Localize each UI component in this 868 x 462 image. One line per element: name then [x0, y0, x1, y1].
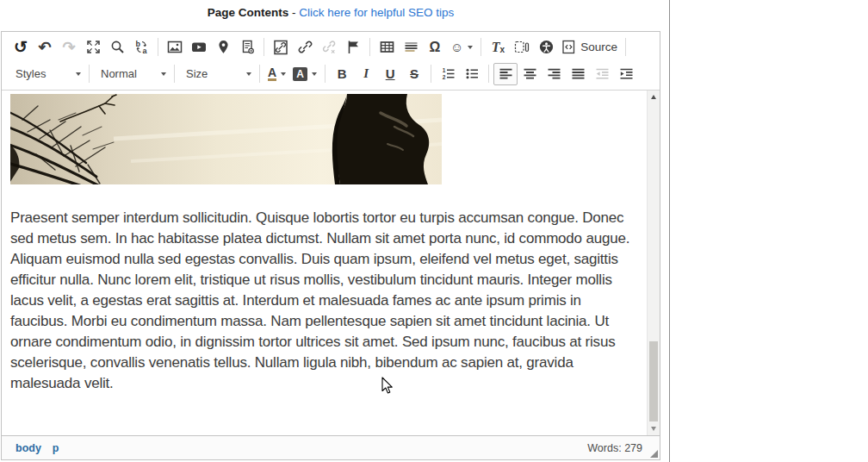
- text-color-button[interactable]: A: [264, 63, 289, 85]
- align-left-button[interactable]: [493, 63, 518, 85]
- justify-button[interactable]: [566, 63, 590, 85]
- youtube-icon: [191, 40, 207, 54]
- search-icon: [110, 40, 125, 54]
- toolbar-separator: [158, 38, 158, 56]
- source-button-label: Source: [580, 41, 617, 53]
- undo-icon: ↶: [38, 40, 51, 55]
- refresh-button[interactable]: ↺: [9, 36, 33, 59]
- editing-area[interactable]: Praesent semper interdum sollicitudin. Q…: [2, 91, 660, 435]
- strikethrough-button[interactable]: S: [402, 63, 426, 85]
- indent-button[interactable]: [614, 63, 638, 85]
- content-image[interactable]: [10, 94, 442, 184]
- styles-dropdown[interactable]: Styles: [9, 63, 84, 85]
- triangle-up-icon: [651, 95, 656, 99]
- maximize-icon: [86, 40, 101, 54]
- source-button[interactable]: Source: [558, 36, 621, 59]
- chevron-down-icon: [312, 72, 317, 76]
- editor-toolbar: ↺ ↶ ↷ ba: [2, 32, 660, 91]
- path-item-p[interactable]: p: [53, 442, 59, 454]
- indent-icon: [619, 66, 634, 81]
- refresh-icon: ↺: [14, 39, 28, 55]
- word-count: Words: 279: [587, 442, 642, 454]
- insert-page-link-button[interactable]: [235, 36, 259, 59]
- size-dropdown[interactable]: Size: [179, 63, 255, 85]
- select-all-button[interactable]: [510, 36, 534, 59]
- toolbar-separator: [174, 65, 175, 83]
- unlink-icon: [322, 40, 337, 54]
- scroll-up-button[interactable]: [648, 91, 660, 103]
- bulleted-list-button[interactable]: [460, 63, 484, 85]
- page-doc-icon: [240, 40, 255, 54]
- triangle-down-icon: [651, 427, 656, 431]
- special-char-button[interactable]: Ω: [423, 36, 447, 59]
- replace-icon: ba: [134, 40, 149, 54]
- bulleted-list-icon: [465, 66, 480, 81]
- toolbar-row-1: ↺ ↶ ↷ ba: [9, 34, 653, 60]
- toolbar-separator: [480, 38, 481, 56]
- horizontal-lines-icon: [404, 40, 418, 54]
- content-scrollbar[interactable]: [647, 91, 660, 435]
- remove-format-button[interactable]: T x: [486, 36, 510, 59]
- toolbar-separator: [625, 38, 626, 56]
- toolbar-separator: [264, 38, 264, 56]
- align-center-button[interactable]: [518, 63, 542, 85]
- emoticon-button[interactable]: ☺: [447, 36, 476, 59]
- mouse-cursor: [381, 377, 395, 396]
- accessibility-icon: [539, 40, 554, 54]
- chevron-down-icon: [76, 72, 81, 76]
- internal-link-button[interactable]: [269, 36, 293, 59]
- bold-icon: B: [338, 66, 347, 81]
- insert-image-button[interactable]: [163, 36, 187, 59]
- italic-button[interactable]: I: [354, 63, 378, 85]
- path-item-body[interactable]: body: [16, 442, 41, 454]
- insert-video-button[interactable]: [187, 36, 211, 59]
- toolbar-separator: [488, 65, 489, 83]
- link-button[interactable]: [293, 36, 317, 59]
- size-dropdown-label: Size: [186, 67, 242, 80]
- title-dash: -: [292, 6, 296, 19]
- background-color-button[interactable]: A: [289, 63, 320, 85]
- resize-handle[interactable]: [650, 450, 658, 458]
- editable-body[interactable]: Praesent semper interdum sollicitudin. Q…: [2, 91, 647, 435]
- find-button[interactable]: [105, 36, 129, 59]
- table-button[interactable]: [375, 36, 399, 59]
- redo-button: ↷: [57, 36, 81, 59]
- svg-text:1: 1: [442, 67, 445, 73]
- bold-button[interactable]: B: [330, 63, 354, 85]
- seo-tips-link[interactable]: Click here for helpful SEO tips: [299, 6, 454, 19]
- align-right-button[interactable]: [542, 63, 566, 85]
- accessibility-checker-button[interactable]: [534, 36, 558, 59]
- anchor-button[interactable]: [341, 36, 365, 59]
- format-dropdown[interactable]: Normal: [94, 63, 170, 85]
- page-title: Page Contents - Click here for helpful S…: [0, 6, 661, 19]
- scroll-down-button[interactable]: [648, 422, 660, 435]
- omega-icon: Ω: [430, 41, 441, 54]
- chevron-down-icon: [281, 72, 286, 76]
- justify-icon: [571, 66, 586, 81]
- text-color-icon: A: [268, 66, 276, 82]
- editor-status-bar: body p Words: 279: [2, 435, 660, 459]
- numbered-list-button[interactable]: 12: [436, 63, 460, 85]
- anchor-flag-icon: [346, 40, 361, 54]
- chevron-down-icon: [246, 72, 251, 76]
- outdent-icon: [595, 66, 610, 81]
- link-icon: [298, 40, 313, 54]
- svg-text:a: a: [142, 47, 147, 54]
- editor-paragraph[interactable]: Praesent semper interdum sollicitudin. Q…: [10, 208, 642, 394]
- toolbar-separator: [325, 65, 326, 83]
- background-color-icon: A: [293, 67, 307, 81]
- replace-button[interactable]: ba: [129, 36, 153, 59]
- page-title-text: Page Contents: [208, 6, 289, 19]
- insert-map-button[interactable]: [211, 36, 235, 59]
- toolbar-separator: [369, 38, 370, 56]
- boxed-link-icon: [273, 40, 288, 55]
- svg-text:2: 2: [442, 74, 445, 80]
- maximize-button[interactable]: [81, 36, 105, 59]
- horizontal-rule-button[interactable]: [399, 36, 423, 59]
- scrollbar-thumb[interactable]: [649, 341, 658, 421]
- remove-format-icon: T: [492, 40, 500, 55]
- undo-button[interactable]: ↶: [33, 36, 57, 59]
- map-pin-icon: [216, 40, 231, 54]
- image-icon: [167, 40, 183, 54]
- underline-button[interactable]: U: [378, 63, 402, 85]
